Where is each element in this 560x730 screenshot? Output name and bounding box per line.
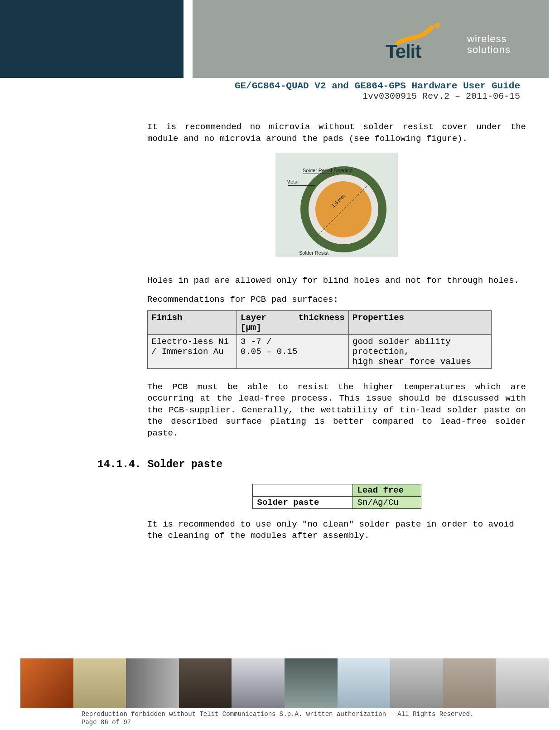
table-pcb-surfaces: Finish Layerthickness [µm] Properties El…	[147, 310, 492, 369]
brand-tag-line2: solutions	[467, 44, 511, 55]
figure-leader-2	[288, 185, 315, 186]
table2-row-value: Sn/Ag/Cu	[352, 496, 421, 508]
footer-image-strip	[20, 658, 549, 708]
footer-tile	[73, 658, 126, 708]
footer-tile	[232, 658, 285, 708]
brand-tagline: wireless solutions	[467, 34, 511, 54]
footer-tile	[126, 658, 179, 708]
paragraph-pcb-temp: The PCB must be able to resist the highe…	[147, 382, 526, 440]
table-row: Electro-less Ni / Immersion Au 3 -7 / 0.…	[148, 334, 492, 368]
section-heading: 14.1.4. Solder paste	[97, 459, 526, 470]
figure-label-sro: Solder Resist Opening	[303, 168, 352, 173]
footer-tile	[443, 658, 496, 708]
brand-logo: Telit wireless solutions	[386, 25, 535, 63]
table-header-row: Finish Layerthickness [µm] Properties	[148, 310, 492, 334]
td-thickness: 3 -7 / 0.05 – 0.15	[237, 334, 349, 368]
footer-page: Page 86 of 97	[82, 719, 131, 726]
footer-text: Reproduction forbidden without Telit Com…	[82, 711, 519, 726]
doc-title: GE/GC864-QUAD V2 and GE864-GPS Hardware …	[136, 81, 520, 91]
figure-card: 1,6 mm Solder Resist Opening Metal Solde…	[275, 153, 398, 257]
doc-title-block: GE/GC864-QUAD V2 and GE864-GPS Hardware …	[136, 81, 520, 102]
footer-tile	[338, 658, 391, 708]
paragraph-holes: Holes in pad are allowed only for blind …	[147, 275, 526, 287]
paragraph-recommendations-title: Recommendations for PCB pad surfaces:	[147, 294, 526, 306]
td-properties: good solder ability protection, high she…	[349, 334, 492, 368]
doc-revision: 1vv0300915 Rev.2 – 2011-06-15	[136, 91, 520, 102]
paragraph-intro: It is recommended no microvia without so…	[147, 121, 526, 145]
table2-leadfree-header: Lead free	[352, 484, 421, 496]
section-number: 14.1.4.	[97, 459, 141, 470]
document-page: Telit wireless solutions GE/GC864-QUAD V…	[0, 0, 560, 730]
brand-name: Telit	[386, 41, 421, 63]
svg-point-0	[434, 23, 440, 28]
figure-leader-3	[312, 249, 325, 249]
content-area: It is recommended no microvia without so…	[147, 121, 526, 549]
footer-tile	[20, 658, 73, 708]
figure-leader-1	[303, 174, 334, 174]
brand-tag-line1: wireless	[467, 34, 511, 44]
table2-row-label: Solder paste	[252, 496, 352, 508]
figure-label-sr: Solder Resist	[299, 250, 328, 256]
paragraph-noclean: It is recommended to use only "no clean"…	[147, 519, 526, 542]
td-finish: Electro-less Ni / Immersion Au	[148, 334, 237, 368]
section-title: Solder paste	[147, 459, 222, 470]
footer-tile	[179, 658, 232, 708]
th-properties: Properties	[349, 310, 492, 334]
header-dark-block	[0, 0, 183, 78]
logo-mark: Telit	[386, 26, 458, 63]
table2-row: Solder paste Sn/Ag/Cu	[252, 496, 421, 508]
footer-tile	[390, 658, 443, 708]
th-thickness: Layerthickness [µm]	[237, 310, 349, 334]
table2-empty-header	[252, 484, 352, 496]
table-solder-paste: Lead free Solder paste Sn/Ag/Cu	[252, 484, 421, 509]
footer-tile	[285, 658, 338, 708]
footer-copyright: Reproduction forbidden without Telit Com…	[82, 711, 473, 718]
figure-microvia: 1,6 mm Solder Resist Opening Metal Solde…	[147, 153, 526, 257]
th-finish: Finish	[148, 310, 237, 334]
table2-header-row: Lead free	[252, 484, 421, 496]
figure-label-metal: Metal	[286, 179, 299, 184]
footer-tile	[496, 658, 549, 708]
